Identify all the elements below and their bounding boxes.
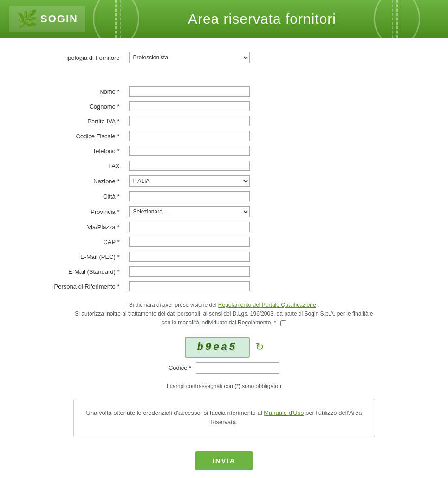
email-pec-label: E-Mail (PEC) * xyxy=(36,253,129,260)
captcha-image: b9ea5 xyxy=(185,337,250,358)
persona-rif-row: Persona di Riferimento * xyxy=(36,281,412,291)
citta-row: Città * xyxy=(36,191,412,201)
tipologia-row: Tipologia di Fornitore Professionista Az… xyxy=(36,52,412,63)
cognome-label: Cognome * xyxy=(36,103,129,110)
fax-label: FAX xyxy=(36,162,129,169)
main-content: Tipologia di Fornitore Professionista Az… xyxy=(27,38,422,478)
info-box: Una volta ottenute le credenziali d'acce… xyxy=(73,399,375,438)
captcha-text: b9ea5 xyxy=(197,342,237,353)
email-pec-row: E-Mail (PEC) * xyxy=(36,252,412,262)
privacy-link[interactable]: Regolamento del Portale Qualificazione xyxy=(218,302,316,308)
via-input[interactable] xyxy=(129,222,250,232)
fax-row: FAX xyxy=(36,161,412,171)
codice-fiscale-input[interactable] xyxy=(129,131,250,141)
partita-iva-label: Partita IVA * xyxy=(36,118,129,125)
persona-rif-label: Persona di Riferimento * xyxy=(36,283,129,290)
header: 🌿 SOGIN Area riservata fornitori xyxy=(0,0,448,38)
telefono-label: Telefono * xyxy=(36,148,129,155)
privacy-text: Si dichiara di aver preso visione del Re… xyxy=(73,301,375,310)
nazione-label: Nazione * xyxy=(36,178,129,185)
cap-row: CAP * xyxy=(36,237,412,247)
privacy-checkbox[interactable] xyxy=(280,320,286,326)
logo-text: SOGIN xyxy=(40,13,78,25)
via-row: Via/Piazza * xyxy=(36,222,412,232)
captcha-section: b9ea5 ↻ Codice * xyxy=(36,337,412,374)
submit-section: INVIA xyxy=(36,451,412,470)
nazione-row: Nazione * ITALIA xyxy=(36,175,412,187)
privacy-section: Si dichiara di aver preso visione del Re… xyxy=(73,301,375,328)
via-label: Via/Piazza * xyxy=(36,224,129,231)
leaf-icon: 🌿 xyxy=(17,9,38,29)
codice-fiscale-row: Codice Fiscale * xyxy=(36,131,412,141)
partita-iva-input[interactable] xyxy=(129,116,250,126)
email-std-row: E-Mail (Standard) * xyxy=(36,266,412,277)
codice-row: Codice * xyxy=(36,362,412,374)
captcha-refresh-button[interactable]: ↻ xyxy=(255,341,264,353)
email-std-input[interactable] xyxy=(129,266,250,277)
cognome-row: Cognome * xyxy=(36,101,412,111)
tipologia-select[interactable]: Professionista Azienda xyxy=(129,52,250,63)
telefono-input[interactable] xyxy=(129,146,250,156)
tipologia-label: Tipologia di Fornitore xyxy=(36,54,129,61)
provincia-select[interactable]: Selezionare ... xyxy=(129,206,250,217)
page-title: Area riservata fornitori xyxy=(188,11,336,27)
partita-iva-row: Partita IVA * xyxy=(36,116,412,126)
nome-input[interactable] xyxy=(129,86,250,97)
logo: 🌿 SOGIN xyxy=(9,6,85,32)
provincia-row: Provincia * Selezionare ... xyxy=(36,206,412,217)
nazione-select[interactable]: ITALIA xyxy=(129,175,250,187)
telefono-row: Telefono * xyxy=(36,146,412,156)
nome-label: Nome * xyxy=(36,88,129,95)
codice-label: Codice * xyxy=(169,364,191,371)
codice-fiscale-label: Codice Fiscale * xyxy=(36,133,129,140)
cognome-input[interactable] xyxy=(129,101,250,111)
submit-button[interactable]: INVIA xyxy=(195,451,252,470)
persona-rif-input[interactable] xyxy=(129,281,250,291)
manuale-uso-link[interactable]: Manuale d'Uso xyxy=(264,409,304,416)
codice-input[interactable] xyxy=(196,362,279,374)
mandatory-note: I campi contrassegnati con (*) sono obbl… xyxy=(36,383,412,389)
fax-input[interactable] xyxy=(129,161,250,171)
provincia-label: Provincia * xyxy=(36,208,129,215)
citta-label: Città * xyxy=(36,193,129,200)
nome-row: Nome * xyxy=(36,86,412,97)
privacy-text2: Si autorizza inoltre al trattamento dei … xyxy=(73,310,375,327)
cap-label: CAP * xyxy=(36,239,129,245)
email-pec-input[interactable] xyxy=(129,252,250,262)
citta-input[interactable] xyxy=(129,191,250,201)
email-std-label: E-Mail (Standard) * xyxy=(36,268,129,275)
cap-input[interactable] xyxy=(129,237,250,247)
